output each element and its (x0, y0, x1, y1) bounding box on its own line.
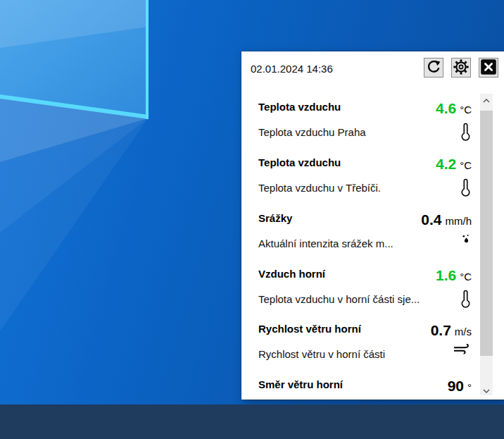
sensor-value-unit: °C (460, 271, 472, 283)
sensor-value: 0.4 mm/h (421, 212, 472, 228)
sensor-title: Teplota vzduchu (258, 101, 341, 113)
sensor-subtitle: Aktuální intenzita srážek m... (258, 237, 393, 249)
sensor-title: Srážky (258, 212, 292, 224)
sensor-title: Vzduch horní (258, 268, 325, 280)
thermometer-icon (461, 289, 470, 311)
sensor-list: Teplota vzduchu 4.6 °C Teplota vzduchu P… (241, 51, 504, 400)
sensor-value-number: 4.2 (436, 156, 456, 172)
sensor-title: Směr větru horní (258, 378, 343, 390)
sensor-subtitle: Teplota vzduchu v horní části sje... (258, 293, 420, 305)
scrollbar-down-button[interactable] (480, 384, 493, 395)
sensor-subtitle: Rychlost větru v horní části (258, 348, 385, 360)
sensor-value-number: 0.7 (431, 323, 451, 338)
chevron-down-icon (483, 385, 490, 395)
sensor-row[interactable]: Teplota vzduchu 4.2 °C Teplota vzduchu v… (258, 156, 472, 212)
sensor-title: Rychlost větru horní (258, 323, 361, 335)
chevron-up-icon (483, 94, 490, 105)
sensor-value-number: 90 (448, 378, 464, 394)
sensor-value-number: 1.6 (436, 268, 456, 283)
weather-widget-panel: 02.01.2024 14:36 (241, 51, 504, 400)
sensor-row[interactable]: Srážky 0.4 mm/h Aktuální intenzita sráže… (258, 212, 472, 268)
sensor-value-number: 0.4 (421, 212, 441, 228)
sensor-title: Teplota vzduchu (258, 156, 341, 168)
thermometer-icon (461, 178, 470, 199)
scrollbar-thumb[interactable] (480, 111, 493, 356)
thermometer-icon (461, 122, 470, 144)
sensor-value: 0.7 m/s (431, 323, 472, 338)
sensor-value: 90 ° (448, 378, 472, 394)
sensor-value: 4.6 °C (436, 101, 472, 116)
scrollbar-up-button[interactable] (480, 94, 493, 105)
scrollbar[interactable] (480, 94, 493, 395)
sensor-value-unit: m/s (455, 326, 472, 338)
sensor-subtitle: Teplota vzduchu v Třebíči. (258, 182, 381, 194)
sensor-value-number: 4.6 (436, 101, 456, 116)
raindrops-icon (462, 233, 470, 246)
sensor-value: 4.2 °C (436, 156, 472, 172)
sensor-value-unit: °C (460, 159, 472, 171)
sensor-row[interactable]: Teplota vzduchu 4.6 °C Teplota vzduchu P… (258, 101, 472, 156)
sensor-value: 1.6 °C (436, 268, 472, 283)
sensor-row[interactable]: Vzduch horní 1.6 °C Teplota vzduchu v ho… (258, 268, 472, 323)
wind-icon (453, 344, 470, 357)
sensor-value-unit: ° (467, 381, 472, 393)
sensor-value-unit: °C (460, 104, 472, 116)
taskbar: ENG 14:36 02.01.2024 (0, 404, 504, 439)
sensor-value-unit: mm/h (446, 215, 472, 227)
sensor-row[interactable]: Rychlost větru horní 0.7 m/s Rychlost vě… (258, 323, 472, 378)
sensor-subtitle: Teplota vzduchu Praha (258, 126, 366, 138)
